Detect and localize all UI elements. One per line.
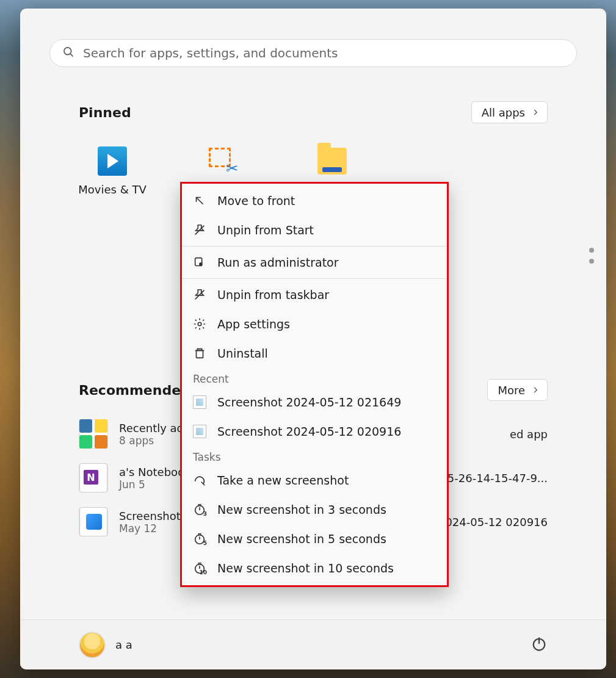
gear-icon bbox=[193, 317, 206, 331]
context-menu-label: Unpin from Start bbox=[217, 223, 314, 237]
app-group-icon bbox=[79, 419, 107, 449]
context-menu-label: Uninstall bbox=[217, 347, 268, 360]
context-menu-label: Take a new screenshot bbox=[217, 474, 349, 487]
file-explorer-icon bbox=[317, 148, 347, 175]
context-menu-separator bbox=[182, 278, 447, 279]
chevron-right-icon bbox=[531, 106, 540, 119]
pinned-title: Pinned bbox=[79, 105, 131, 120]
search-input[interactable] bbox=[83, 46, 564, 60]
unpin-icon bbox=[193, 288, 206, 301]
all-apps-button[interactable]: All apps bbox=[471, 101, 548, 123]
context-menu-recent-header: Recent bbox=[182, 368, 447, 388]
timer-10-icon: 10 bbox=[193, 561, 206, 575]
timer-5-icon: 5 bbox=[193, 532, 206, 546]
more-label: More bbox=[498, 384, 525, 397]
recommended-item-title: ed app bbox=[510, 428, 548, 441]
svg-line-1 bbox=[70, 54, 73, 56]
context-menu-separator bbox=[182, 246, 447, 247]
svg-point-0 bbox=[64, 48, 71, 55]
svg-line-4 bbox=[197, 198, 203, 204]
svg-point-8 bbox=[198, 322, 201, 326]
unpin-icon bbox=[193, 223, 206, 237]
power-button[interactable] bbox=[531, 635, 548, 655]
onenote-icon bbox=[79, 463, 107, 492]
pinned-label: Movies & TV bbox=[78, 183, 146, 196]
timer-3-icon: 3 bbox=[193, 503, 206, 516]
context-menu-tasks-header: Tasks bbox=[182, 446, 447, 466]
context-menu-label: App settings bbox=[217, 317, 290, 331]
context-menu-task-new-screenshot[interactable]: Take a new screenshot bbox=[182, 466, 447, 495]
context-menu-recent-item[interactable]: Screenshot 2024-05-12 021649 bbox=[182, 388, 447, 417]
image-file-icon bbox=[193, 395, 206, 409]
context-menu-label: Unpin from taskbar bbox=[217, 288, 329, 301]
context-menu-label: New screenshot in 5 seconds bbox=[217, 532, 386, 546]
context-menu-task-screenshot-10s[interactable]: 10 New screenshot in 10 seconds bbox=[182, 554, 447, 583]
page-indicator[interactable] bbox=[589, 248, 594, 264]
context-menu-label: Move to front bbox=[217, 194, 295, 207]
all-apps-label: All apps bbox=[482, 106, 525, 119]
user-account-button[interactable]: a a bbox=[79, 632, 132, 658]
context-menu-unpin-from-start[interactable]: Unpin from Start bbox=[182, 215, 447, 245]
shield-icon bbox=[193, 256, 206, 269]
search-icon bbox=[62, 46, 74, 60]
context-menu-unpin-from-taskbar[interactable]: Unpin from taskbar bbox=[182, 280, 447, 309]
context-menu-task-screenshot-3s[interactable]: 3 New screenshot in 3 seconds bbox=[182, 495, 447, 524]
image-file-icon bbox=[79, 507, 107, 536]
snipping-tool-icon bbox=[208, 146, 237, 176]
recommended-item-title: 024-05-12 020916 bbox=[445, 516, 548, 528]
context-menu: Move to front Unpin from Start Run as ad… bbox=[180, 182, 449, 587]
context-menu-uninstall[interactable]: Uninstall bbox=[182, 339, 447, 368]
snip-icon bbox=[193, 474, 206, 487]
context-menu-move-to-front[interactable]: Move to front bbox=[182, 186, 447, 215]
arrow-up-left-icon bbox=[193, 194, 206, 207]
context-menu-task-screenshot-5s[interactable]: 5 New screenshot in 5 seconds bbox=[182, 524, 447, 554]
trash-icon bbox=[193, 347, 206, 360]
user-name-label: a a bbox=[115, 638, 132, 651]
image-file-icon bbox=[193, 425, 206, 438]
context-menu-label: Run as administrator bbox=[217, 256, 339, 269]
context-menu-label: New screenshot in 3 seconds bbox=[217, 503, 386, 516]
context-menu-label: Screenshot 2024-05-12 021649 bbox=[217, 395, 401, 409]
context-menu-label: Screenshot 2024-05-12 020916 bbox=[217, 425, 401, 438]
context-menu-run-as-admin[interactable]: Run as administrator bbox=[182, 248, 447, 277]
movies-tv-icon bbox=[98, 146, 127, 176]
context-menu-label: New screenshot in 10 seconds bbox=[217, 561, 394, 575]
pinned-app-movies-tv[interactable]: Movies & TV bbox=[79, 146, 146, 196]
chevron-right-icon bbox=[531, 384, 540, 397]
user-avatar-icon bbox=[79, 632, 106, 658]
context-menu-recent-item[interactable]: Screenshot 2024-05-12 020916 bbox=[182, 417, 447, 446]
svg-rect-9 bbox=[197, 350, 203, 358]
context-menu-app-settings[interactable]: App settings bbox=[182, 309, 447, 339]
recommended-title: Recommended bbox=[79, 383, 190, 398]
more-button[interactable]: More bbox=[487, 379, 548, 401]
search-bar[interactable] bbox=[49, 39, 577, 67]
start-menu-footer: a a bbox=[20, 619, 606, 669]
